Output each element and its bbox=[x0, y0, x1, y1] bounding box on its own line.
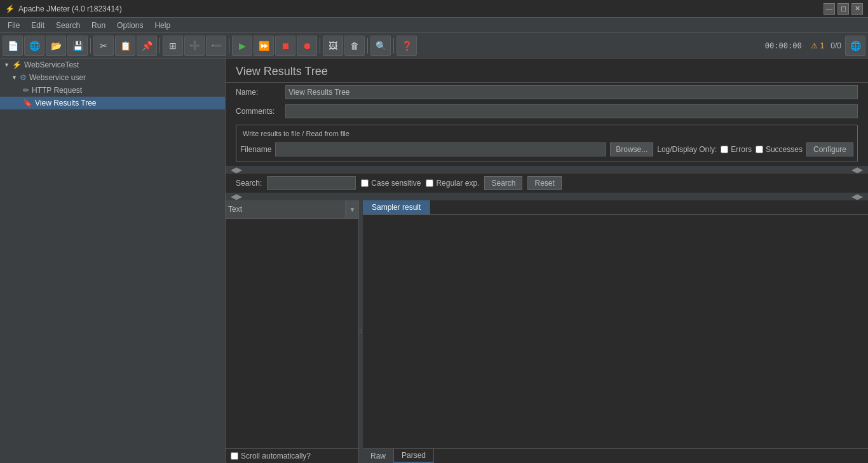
errors-checkbox[interactable] bbox=[721, 146, 728, 153]
resize-divider-bottom[interactable]: ◀▶ ◀▶ bbox=[226, 193, 868, 200]
comments-row: Comments: bbox=[226, 102, 868, 121]
name-input[interactable] bbox=[285, 85, 858, 99]
right-pane-content bbox=[363, 215, 868, 448]
search-row: Search: Case sensitive Regular exp. Sear… bbox=[226, 174, 868, 193]
close-button[interactable]: ✕ bbox=[851, 3, 863, 15]
scroll-auto-label: Scroll automatically? bbox=[241, 452, 311, 460]
sidebar-item-label: WebServiceTest bbox=[24, 60, 79, 69]
sidebar-item-webservicetest[interactable]: ▼ ⚡ WebServiceTest bbox=[0, 59, 225, 71]
open-button[interactable]: 📂 bbox=[46, 36, 66, 56]
results-area: Text RegExp Tester CSS/JQuery Tester XPa… bbox=[226, 200, 868, 463]
regular-exp-checkbox[interactable] bbox=[426, 179, 433, 187]
menu-edit[interactable]: Edit bbox=[26, 20, 50, 31]
toolbar-sep-4 bbox=[320, 38, 320, 53]
new-button[interactable]: 📄 bbox=[3, 36, 23, 56]
resize-divider-top[interactable]: ◀▶ ◀▶ bbox=[226, 166, 868, 174]
sidebar-item-view-results-tree[interactable]: 🔖 View Results Tree bbox=[0, 97, 225, 109]
app-title: Apache JMeter (4.0 r1823414) bbox=[18, 4, 122, 13]
template-button[interactable]: 🌐 bbox=[24, 36, 44, 56]
sidebar-item-label-2: Webservice user bbox=[29, 73, 86, 82]
titlebar-controls: — ◻ ✕ bbox=[824, 3, 863, 15]
webservicetest-icon: ⚡ bbox=[12, 60, 22, 69]
toolbar-sep-3 bbox=[229, 38, 229, 53]
copy-button[interactable]: 📋 bbox=[115, 36, 135, 56]
divider2-right-arrow: ◀▶ bbox=[851, 192, 863, 201]
titlebar-left: ⚡ Apache JMeter (4.0 r1823414) bbox=[5, 4, 122, 13]
divider2-left-arrow: ◀▶ bbox=[231, 192, 242, 201]
divider-left-arrow: ◀▶ bbox=[231, 165, 242, 174]
sidebar-item-http-request[interactable]: ✏ HTTP Request bbox=[0, 84, 225, 97]
sidebar-item-webservice-user[interactable]: ▼ ⚙ Webservice user bbox=[0, 71, 225, 84]
reset-button[interactable]: Reset bbox=[527, 176, 561, 190]
titlebar: ⚡ Apache JMeter (4.0 r1823414) — ◻ ✕ bbox=[0, 0, 868, 18]
panel-title: View Results Tree bbox=[226, 59, 868, 83]
minimize-button[interactable]: — bbox=[824, 3, 835, 15]
parsed-button[interactable]: Parsed bbox=[394, 449, 434, 463]
sampler-result-tab[interactable]: Sampler result bbox=[363, 200, 430, 214]
expand-arrow-icon: ▼ bbox=[4, 62, 10, 68]
warning-icon: ⚠ bbox=[811, 41, 818, 50]
content-area: View Results Tree Name: Comments: Write … bbox=[226, 59, 868, 463]
maximize-button[interactable]: ◻ bbox=[837, 3, 849, 15]
paste-button[interactable]: 📌 bbox=[137, 36, 157, 56]
error-counter: 0/0 bbox=[828, 41, 844, 50]
scroll-auto-checkbox[interactable] bbox=[231, 452, 238, 460]
left-pane-content bbox=[226, 219, 358, 448]
warning-count: 1 bbox=[820, 41, 825, 50]
successes-label: Successes bbox=[766, 145, 803, 154]
scroll-auto-row: Scroll automatically? bbox=[226, 448, 358, 463]
cut-button[interactable]: ✂ bbox=[93, 36, 114, 56]
expand-arrow-icon-2: ▼ bbox=[11, 74, 17, 81]
right-pane: Sampler result Raw Parsed bbox=[363, 200, 868, 463]
view-results-tree-icon: 🔖 bbox=[23, 99, 32, 107]
sampler-tab-row: Sampler result bbox=[363, 200, 868, 215]
add-button[interactable]: ➕ bbox=[184, 36, 205, 56]
clear-all-button[interactable]: 🗑 bbox=[344, 36, 365, 56]
menu-help[interactable]: Help bbox=[149, 20, 175, 31]
expand-button[interactable]: ⊞ bbox=[163, 36, 183, 56]
shutdown-button[interactable]: ⏺ bbox=[297, 36, 317, 56]
help-toolbar-button[interactable]: ❓ bbox=[397, 36, 417, 56]
raw-parsed-row: Raw Parsed bbox=[363, 448, 868, 463]
menu-search[interactable]: Search bbox=[51, 20, 85, 31]
main-layout: ▼ ⚡ WebServiceTest ▼ ⚙ Webservice user ✏… bbox=[0, 59, 868, 463]
filename-input[interactable] bbox=[275, 142, 606, 156]
configure-button[interactable]: Configure bbox=[806, 142, 853, 156]
menu-options[interactable]: Options bbox=[112, 20, 148, 31]
successes-checkbox-group: Successes bbox=[756, 145, 803, 154]
write-results-section: Write results to file / Read from file F… bbox=[236, 125, 858, 162]
search-input[interactable] bbox=[267, 176, 356, 190]
start-no-pause-button[interactable]: ⏩ bbox=[254, 36, 274, 56]
case-sensitive-checkbox[interactable] bbox=[361, 179, 369, 187]
remote-button[interactable]: 🌐 bbox=[845, 36, 865, 56]
search-label: Search: bbox=[236, 179, 262, 188]
browse-button[interactable]: Browse... bbox=[610, 142, 653, 156]
error-count: 0/0 bbox=[831, 41, 841, 50]
regular-exp-label: Regular exp. bbox=[436, 179, 479, 188]
menu-run[interactable]: Run bbox=[86, 20, 111, 31]
name-row: Name: bbox=[226, 83, 868, 102]
format-select[interactable]: Text RegExp Tester CSS/JQuery Tester XPa… bbox=[226, 200, 346, 218]
successes-checkbox[interactable] bbox=[756, 146, 763, 153]
case-sensitive-label: Case sensitive bbox=[371, 179, 421, 188]
section-title: Write results to file / Read from file bbox=[240, 130, 352, 137]
log-display-row: Log/Display Only: Errors Successes Confi… bbox=[657, 142, 853, 156]
start-button[interactable]: ▶ bbox=[232, 36, 252, 56]
filename-label: Filename bbox=[240, 145, 271, 154]
remove-button[interactable]: ➖ bbox=[206, 36, 226, 56]
clear-button[interactable]: 🖼 bbox=[323, 36, 343, 56]
menu-file[interactable]: File bbox=[3, 20, 25, 31]
log-display-label: Log/Display Only: bbox=[657, 145, 717, 154]
raw-button[interactable]: Raw bbox=[363, 449, 394, 463]
search-button[interactable]: Search bbox=[484, 176, 522, 190]
webservice-user-icon: ⚙ bbox=[20, 73, 27, 82]
stop-button[interactable]: ⏹ bbox=[275, 36, 295, 56]
save-button[interactable]: 💾 bbox=[67, 36, 88, 56]
name-label: Name: bbox=[236, 88, 280, 97]
sidebar-item-label-4: View Results Tree bbox=[35, 99, 97, 107]
comments-input[interactable] bbox=[285, 104, 858, 118]
left-pane: Text RegExp Tester CSS/JQuery Tester XPa… bbox=[226, 200, 359, 463]
browse-toolbar-button[interactable]: 🔍 bbox=[370, 36, 391, 56]
toolbar-sep-5 bbox=[367, 38, 368, 53]
regular-exp-group: Regular exp. bbox=[426, 179, 479, 188]
